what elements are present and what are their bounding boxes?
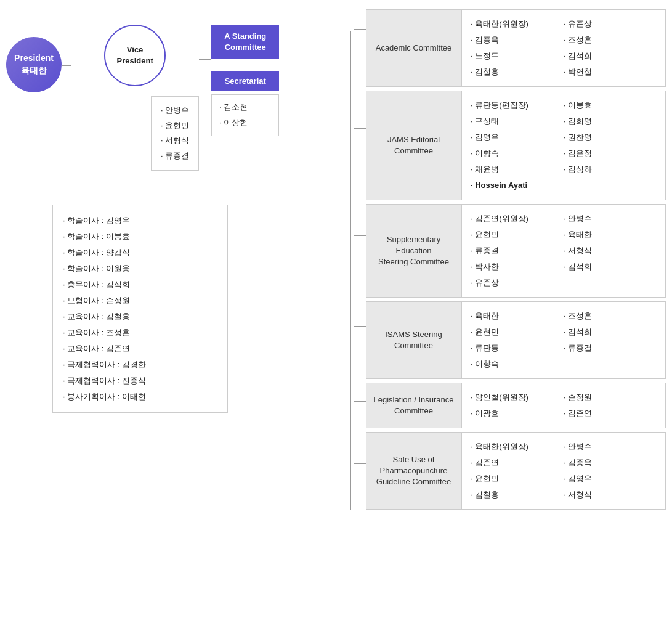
jams-committee-members: · 류판동(편집장) · 구성태 · 김영우 · 이향숙 · 채윤병 · Hos… bbox=[461, 91, 666, 200]
academic-committee-members: · 육태한(위원장) · 김종욱 · 노정두 · 김철홍 · 유준상 · 조성훈… bbox=[461, 9, 666, 87]
supp-edu-committee-members: · 김준연(위원장) · 윤현민 · 류종결 · 박사한 · 유준상 · 안병수… bbox=[461, 204, 666, 298]
supp-edu-committee-label: Supplementary EducationSteering Committe… bbox=[366, 204, 461, 298]
vp-member-2: · 윤현민 bbox=[161, 118, 189, 134]
safe-use-committee-label: Safe Use ofPharmacopunctureGuideline Com… bbox=[366, 432, 461, 510]
legislation-committee-row: Legislation / InsuranceCommittee · 양인철(위… bbox=[354, 383, 666, 428]
board-member-5: · 총무이사 : 김석희 bbox=[63, 277, 217, 293]
standing-committee-btn: A StandingCommittee bbox=[211, 25, 279, 59]
board-member-4: · 학술이사 : 이원웅 bbox=[63, 261, 217, 277]
secretariat-btn: Secretariat bbox=[211, 71, 279, 91]
isams-committee-row: ISAMS SteeringCommittee · 육태한 · 윤현민 · 류판… bbox=[354, 301, 666, 379]
board-member-1: · 학술이사 : 김영우 bbox=[63, 213, 217, 229]
academic-committee-label: Academic Committee bbox=[366, 9, 461, 87]
sec-member-2: · 이상현 bbox=[219, 115, 271, 131]
safe-use-committee-members: · 육태한(위원장) · 김준연 · 윤현민 · 김철홍 · 안병수 · 김종욱… bbox=[461, 432, 666, 510]
board-member-9: · 교육이사 : 김준연 bbox=[63, 341, 217, 357]
vp-member-4: · 류종결 bbox=[161, 149, 189, 164]
safe-use-committee-row: Safe Use ofPharmacopunctureGuideline Com… bbox=[354, 432, 666, 510]
board-member-11: · 국제협력이사 : 진종식 bbox=[63, 373, 217, 389]
secretariat-members-box: · 김소현 · 이상현 bbox=[211, 94, 279, 136]
jams-committee-label: JAMS EditorialCommittee bbox=[366, 91, 461, 200]
committees-column: Academic Committee · 육태한(위원장) · 김종욱 · 노정… bbox=[354, 9, 666, 510]
vp-member-1: · 안병수 bbox=[161, 103, 189, 118]
vice-president-node: Vice President bbox=[104, 25, 166, 86]
legislation-committee-members: · 양인철(위원장) · 이광호 · 손정원 · 김준연 bbox=[461, 383, 666, 428]
supp-edu-committee-row: Supplementary EducationSteering Committe… bbox=[354, 204, 666, 298]
board-member-6: · 보험이사 : 손정원 bbox=[63, 293, 217, 309]
org-chart: President 육태한 Vice President · 안병수 · 윤현민… bbox=[6, 6, 666, 510]
president-name: 육태한 bbox=[21, 65, 47, 77]
academic-committee-row: Academic Committee · 육태한(위원장) · 김종욱 · 노정… bbox=[354, 9, 666, 87]
vp-label: Vice President bbox=[116, 44, 153, 67]
board-members-box: · 학술이사 : 김영우 · 학술이사 : 이봉효 · 학술이사 : 양갑식 ·… bbox=[52, 205, 228, 413]
secretariat-label: Secretariat bbox=[225, 76, 266, 86]
board-member-7: · 교육이사 : 김철홍 bbox=[63, 309, 217, 325]
president-node: President 육태한 bbox=[6, 37, 62, 92]
left-column: President 육태한 Vice President · 안병수 · 윤현민… bbox=[6, 6, 351, 413]
board-member-2: · 학술이사 : 이봉효 bbox=[63, 229, 217, 245]
board-member-12: · 봉사기획이사 : 이태현 bbox=[63, 389, 217, 405]
vp-member-3: · 서형식 bbox=[161, 133, 189, 149]
board-member-10: · 국제협력이사 : 김경한 bbox=[63, 357, 217, 373]
sec-member-1: · 김소현 bbox=[219, 100, 271, 115]
legislation-committee-label: Legislation / InsuranceCommittee bbox=[366, 383, 461, 428]
board-member-8: · 교육이사 : 조성훈 bbox=[63, 325, 217, 341]
standing-label: A StandingCommittee bbox=[224, 31, 266, 52]
president-label: President bbox=[14, 52, 54, 65]
jams-committee-row: JAMS EditorialCommittee · 류판동(편집장) · 구성태… bbox=[354, 91, 666, 200]
vp-members-box: · 안병수 · 윤현민 · 서형식 · 류종결 bbox=[151, 96, 199, 171]
isams-committee-members: · 육태한 · 윤현민 · 류판동 · 이향숙 · 조성훈 · 김석희 · 류종… bbox=[461, 301, 666, 379]
isams-committee-label: ISAMS SteeringCommittee bbox=[366, 301, 461, 379]
board-member-3: · 학술이사 : 양갑식 bbox=[63, 245, 217, 261]
